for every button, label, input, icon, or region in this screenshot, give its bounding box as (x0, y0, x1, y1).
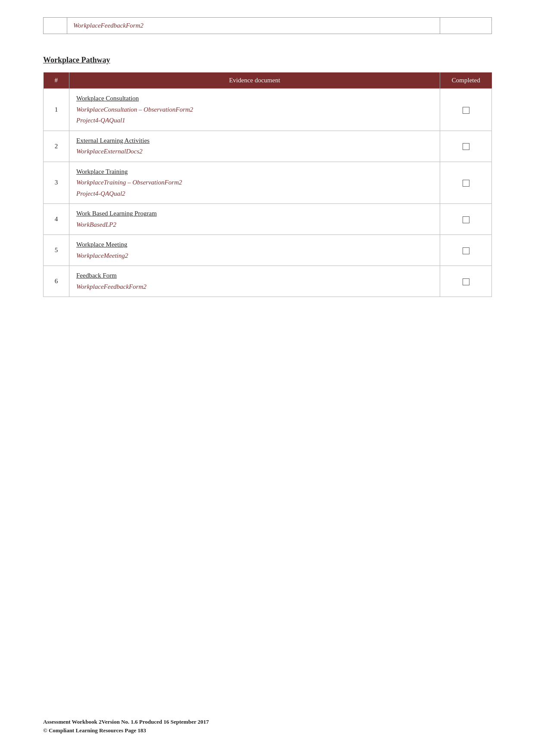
checkbox[interactable] (463, 107, 469, 114)
footer-line1: Assessment Workbook 2Version No. 1.6 Pro… (43, 718, 492, 726)
evidence-text: Project4-QAQual2 (76, 188, 433, 200)
evidence-cell: Workplace ConsultationWorkplaceConsultat… (69, 89, 440, 131)
row-number: 4 (44, 204, 69, 235)
evidence-text: WorkplaceMeeting2 (76, 250, 433, 262)
evidence-text: WorkplaceTraining – ObservationForm2 (76, 177, 433, 188)
checkbox[interactable] (463, 278, 469, 285)
evidence-text: Workplace Training (76, 166, 433, 178)
table-row: 2External Learning ActivitiesWorkplaceEx… (44, 131, 492, 162)
evidence-text: Work Based Learning Program (76, 208, 433, 219)
evidence-cell: Workplace TrainingWorkplaceTraining – Ob… (69, 162, 440, 204)
evidence-text: Workplace Consultation (76, 93, 433, 104)
completed-cell[interactable] (440, 131, 492, 162)
table-row: 1Workplace ConsultationWorkplaceConsulta… (44, 89, 492, 131)
evidence-text: WorkplaceConsultation – ObservationForm2 (76, 104, 433, 116)
row-number: 2 (44, 131, 69, 162)
table-row: 3Workplace TrainingWorkplaceTraining – O… (44, 162, 492, 204)
footer: Assessment Workbook 2Version No. 1.6 Pro… (43, 718, 492, 734)
section-title: Workplace Pathway (43, 56, 492, 65)
evidence-cell: Workplace MeetingWorkplaceMeeting2 (69, 235, 440, 266)
checkbox[interactable] (463, 247, 469, 254)
checkbox[interactable] (463, 180, 469, 187)
checkbox[interactable] (463, 143, 469, 150)
completed-cell[interactable] (440, 204, 492, 235)
header-hash: # (44, 72, 69, 89)
top-italic-link: WorkplaceFeedbackForm2 (73, 22, 144, 29)
top-completed-cell (440, 18, 492, 34)
row-number: 1 (44, 89, 69, 131)
evidence-text: Workplace Meeting (76, 239, 433, 250)
row-number: 6 (44, 266, 69, 297)
evidence-text: Feedback Form (76, 270, 433, 281)
top-reference-table: WorkplaceFeedbackForm2 (43, 17, 492, 34)
evidence-text: WorkBasedLP2 (76, 219, 433, 231)
table-row: 4Work Based Learning ProgramWorkBasedLP2 (44, 204, 492, 235)
pathway-table: # Evidence document Completed 1Workplace… (43, 72, 492, 297)
table-row: 6Feedback FormWorkplaceFeedbackForm2 (44, 266, 492, 297)
evidence-text: External Learning Activities (76, 135, 433, 147)
evidence-text: Project4-QAQual1 (76, 115, 433, 126)
completed-cell[interactable] (440, 162, 492, 204)
checkbox[interactable] (463, 216, 469, 223)
evidence-text: WorkplaceFeedbackForm2 (76, 281, 433, 293)
top-num-cell (44, 18, 67, 34)
evidence-text: WorkplaceExternalDocs2 (76, 146, 433, 157)
completed-cell[interactable] (440, 266, 492, 297)
top-link-cell: WorkplaceFeedbackForm2 (67, 18, 440, 34)
header-evidence: Evidence document (69, 72, 440, 89)
completed-cell[interactable] (440, 235, 492, 266)
row-number: 3 (44, 162, 69, 204)
table-row: 5Workplace MeetingWorkplaceMeeting2 (44, 235, 492, 266)
evidence-cell: Feedback FormWorkplaceFeedbackForm2 (69, 266, 440, 297)
completed-cell[interactable] (440, 89, 492, 131)
row-number: 5 (44, 235, 69, 266)
evidence-cell: Work Based Learning ProgramWorkBasedLP2 (69, 204, 440, 235)
header-completed: Completed (440, 72, 492, 89)
footer-line2: © Compliant Learning Resources Page 183 (43, 726, 492, 735)
evidence-cell: External Learning ActivitiesWorkplaceExt… (69, 131, 440, 162)
